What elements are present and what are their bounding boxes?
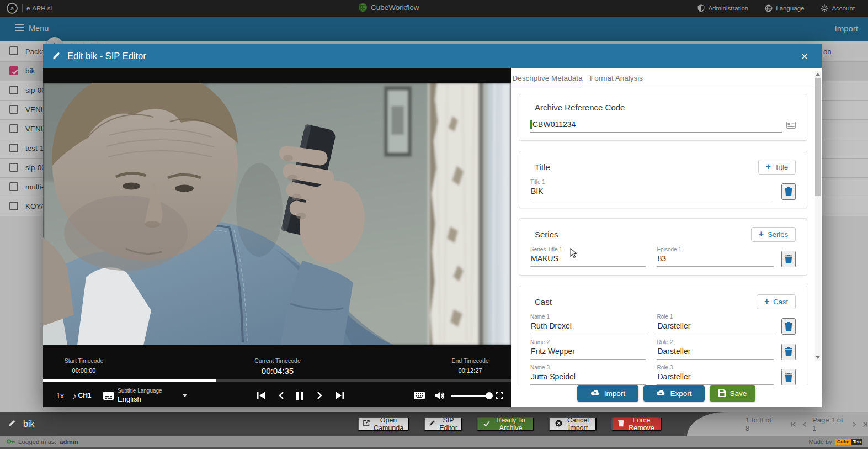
first-page-icon[interactable]: [791, 421, 797, 427]
panel-actions: Import Export Save: [511, 385, 822, 402]
cast-name-field[interactable]: Name 3 Jutta Speidel: [530, 365, 646, 385]
force-remove-button[interactable]: Force Remove: [611, 417, 662, 431]
plus-icon: +: [759, 229, 764, 239]
contact-card-icon[interactable]: [786, 121, 796, 131]
text-caret: [530, 120, 532, 129]
cast-heading: Cast: [530, 297, 552, 307]
save-icon: [718, 389, 726, 398]
pencil-icon: [52, 51, 61, 62]
subtitle-badge-icon[interactable]: [103, 384, 114, 407]
previous-frame-button[interactable]: [273, 384, 289, 407]
plus-icon: +: [764, 297, 769, 307]
mouse-cursor: [570, 248, 578, 261]
login-user: admin: [60, 439, 78, 445]
skip-to-end-button[interactable]: [331, 384, 348, 407]
archive-reference-input[interactable]: CBW011234: [530, 119, 782, 133]
tab-format-analysis[interactable]: Format Analysis: [584, 68, 649, 88]
title-field[interactable]: Title 1 BIK: [530, 179, 771, 199]
key-icon: [7, 439, 15, 445]
add-cast-button[interactable]: + Cast: [757, 294, 796, 309]
series-title-field[interactable]: Series Title 1 MAKUS: [530, 246, 646, 267]
volume-icon[interactable]: [435, 384, 444, 407]
pencil-icon: [8, 419, 16, 430]
pagination: 1 to 8 of 8 Page 1 of 1: [687, 412, 868, 436]
cancel-import-button[interactable]: Cancel Import: [549, 417, 597, 431]
video-frame[interactable]: [43, 83, 511, 345]
end-timecode: End Timecode 00:12:27: [429, 357, 511, 374]
export-button[interactable]: Export: [643, 385, 705, 402]
start-timecode: Start Timecode 00:00:00: [43, 357, 125, 374]
audio-channel-button[interactable]: ♪ CH1: [72, 384, 92, 407]
playback-speed-button[interactable]: 1x: [56, 384, 64, 407]
cast-role-field[interactable]: Role 1 Darsteller: [657, 314, 774, 334]
status-bar: Logged in as: admin Made by Cube Tec: [0, 436, 868, 447]
fullscreen-icon[interactable]: [496, 384, 503, 407]
delete-cast-button[interactable]: [781, 344, 796, 360]
keyboard-shortcuts-icon[interactable]: [414, 384, 425, 407]
archive-reference-heading: Archive Reference Code: [530, 103, 796, 112]
volume-knob[interactable]: [486, 392, 493, 399]
bottom-action-bar: bik Open Camunda SIP Editor Ready To Arc…: [0, 412, 868, 436]
subtitle-language-select[interactable]: Subtitle Language English: [118, 384, 162, 407]
cast-role-field[interactable]: Role 3 Darsteller: [657, 365, 774, 385]
add-title-button[interactable]: + Title: [758, 160, 796, 175]
last-page-icon[interactable]: [862, 421, 868, 427]
trash-icon: [618, 420, 624, 429]
made-by-label: Made by: [808, 439, 832, 445]
metadata-scroll-area: Archive Reference Code CBW011234 Title: [511, 88, 822, 385]
scroll-up-arrow[interactable]: [816, 73, 820, 76]
scroll-down-arrow[interactable]: [816, 356, 820, 359]
cancel-icon: [555, 420, 562, 429]
login-status: Logged in as: admin: [7, 436, 78, 447]
title-card: Title + Title Title 1 BIK: [519, 151, 807, 208]
external-link-icon: [363, 420, 370, 428]
scrollbar-thumb[interactable]: [815, 78, 821, 196]
current-timecode: Current Timecode 00:04:35: [229, 357, 326, 376]
login-label: Logged in as:: [18, 439, 56, 445]
volume-slider[interactable]: [451, 395, 491, 397]
ready-to-archive-button[interactable]: Ready To Archive: [477, 417, 534, 431]
delete-cast-button[interactable]: [781, 318, 796, 335]
cast-role-field[interactable]: Role 2 Darsteller: [657, 339, 774, 360]
tab-descriptive-metadata[interactable]: Descriptive Metadata: [511, 68, 584, 88]
next-page-icon[interactable]: [852, 421, 856, 427]
modal-title: Edit bik - SIP Editor: [67, 51, 146, 61]
pause-button[interactable]: [291, 384, 308, 407]
selected-package: bik: [8, 412, 34, 436]
sip-editor-modal: Edit bik - SIP Editor ×: [43, 44, 822, 407]
skip-to-start-button[interactable]: [253, 384, 269, 407]
metadata-panel: Descriptive Metadata Format Analysis Arc…: [511, 68, 822, 407]
made-by: Made by Cube Tec: [808, 436, 862, 447]
episode-field[interactable]: Episode 1 83: [657, 246, 774, 267]
cast-name-field[interactable]: Name 1 Ruth Drexel: [530, 314, 646, 334]
next-frame-button[interactable]: [311, 384, 328, 407]
window-bottom-edge: [0, 447, 868, 449]
cast-card: Cast + Cast Name 1 Ruth Drexel Role 1 Da…: [519, 286, 807, 385]
music-note-icon: ♪: [72, 391, 77, 400]
cloud-download-icon: [656, 389, 665, 398]
series-card: Series + Series Series Title 1 MAKUS: [519, 218, 807, 276]
check-icon: [483, 420, 490, 428]
prev-page-icon[interactable]: [802, 421, 807, 427]
seek-bar[interactable]: [43, 379, 511, 382]
sip-editor-button[interactable]: SIP Editor: [424, 417, 462, 431]
open-camunda-button[interactable]: Open Camunda: [358, 417, 409, 431]
chevron-down-icon[interactable]: [182, 384, 188, 407]
title-heading: Title: [530, 162, 550, 172]
panel-scrollbar[interactable]: [815, 71, 821, 361]
close-icon[interactable]: ×: [797, 49, 812, 64]
delete-series-button[interactable]: [781, 251, 796, 267]
delete-title-button[interactable]: [781, 183, 796, 200]
cubetec-logo: Cube Tec: [835, 439, 862, 445]
row-range-text: 1 to 8 of 8: [745, 416, 776, 432]
archive-reference-card: Archive Reference Code CBW011234: [519, 94, 807, 141]
modal-header: Edit bik - SIP Editor ×: [43, 44, 822, 68]
save-button[interactable]: Save: [710, 385, 755, 402]
delete-cast-button[interactable]: [781, 369, 796, 385]
cast-row: Name 1 Ruth Drexel Role 1 Darsteller: [530, 314, 796, 335]
pencil-icon: [429, 420, 435, 428]
cast-name-field[interactable]: Name 2 Fritz Wepper: [530, 339, 646, 360]
page-indicator: Page 1 of 1: [812, 416, 846, 432]
add-series-button[interactable]: + Series: [751, 227, 796, 242]
import-button[interactable]: Import: [577, 385, 638, 402]
